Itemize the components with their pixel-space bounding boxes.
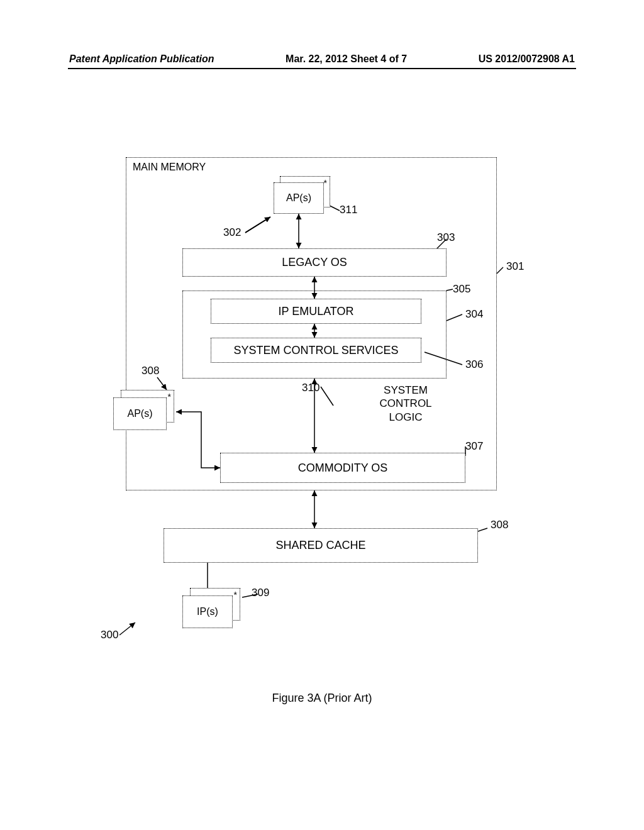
ap-top-front: AP(s): [274, 182, 324, 214]
box-ip-emulator: IP EMULATOR: [211, 299, 421, 324]
header-right: US 2012/0072908 A1: [479, 53, 575, 65]
ref-308-right: 308: [491, 519, 508, 531]
ref-302: 302: [223, 226, 241, 239]
ip-front: IP(s): [182, 595, 233, 628]
ref-311: 311: [340, 204, 357, 216]
box-commodity-os: COMMODITY OS: [220, 453, 465, 483]
svg-line-14: [478, 528, 487, 531]
header-left: Patent Application Publication: [69, 53, 214, 65]
ref-308-left: 308: [142, 365, 159, 377]
ref-307: 307: [465, 440, 483, 453]
header-center: Mar. 22, 2012 Sheet 4 of 7: [286, 53, 407, 65]
ip-stack: * IP(s): [182, 588, 242, 629]
box-system-control-services: SYSTEM CONTROL SERVICES: [211, 338, 421, 363]
label-system-control-logic: SYSTEM CONTROL LOGIC: [371, 384, 440, 424]
ref-303: 303: [437, 231, 455, 244]
ap-top-stack: * AP(s): [274, 176, 330, 214]
label-main-memory: MAIN MEMORY: [133, 162, 206, 173]
ref-304: 304: [465, 308, 483, 321]
header-underline: [68, 68, 576, 69]
ref-300: 300: [101, 629, 118, 641]
ref-309: 309: [252, 587, 269, 599]
ref-305: 305: [453, 283, 470, 296]
ref-306: 306: [465, 358, 483, 371]
box-shared-cache: SHARED CACHE: [164, 528, 478, 563]
ref-301: 301: [506, 260, 524, 273]
box-legacy-os: LEGACY OS: [182, 248, 447, 277]
ap-left-stack: * AP(s): [113, 390, 176, 431]
diagram-canvas: MAIN MEMORY * AP(s) LEGACY OS IP EMULATO…: [113, 157, 528, 673]
ap-left-front: AP(s): [113, 397, 167, 430]
figure-caption: Figure 3A (Prior Art): [0, 692, 644, 705]
ref-310: 310: [302, 382, 319, 394]
